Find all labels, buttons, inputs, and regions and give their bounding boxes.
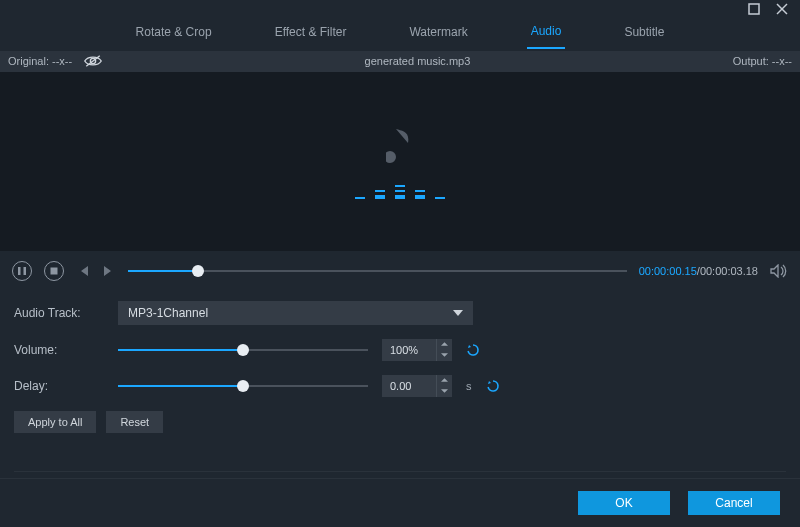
delay-step-up[interactable] (437, 375, 452, 386)
svg-rect-7 (51, 267, 58, 274)
audio-track-value: MP3-1Channel (128, 306, 208, 320)
preview-area (0, 72, 800, 251)
reset-button[interactable]: Reset (106, 411, 163, 433)
tab-audio[interactable]: Audio (527, 20, 566, 49)
svg-rect-5 (18, 267, 21, 275)
delay-unit: s (466, 380, 472, 392)
delay-slider[interactable] (118, 379, 368, 393)
audio-track-label: Audio Track: (14, 306, 104, 320)
preview-strip: Original: --x-- generated music.mp3 Outp… (0, 51, 800, 72)
maximize-button[interactable] (746, 1, 762, 17)
volume-spinbox[interactable]: 100% (382, 339, 452, 361)
time-display: 00:00:00.15/00:00:03.18 (639, 265, 758, 277)
tab-effect-filter[interactable]: Effect & Filter (271, 21, 351, 48)
delay-step-down[interactable] (437, 386, 452, 397)
footer: OK Cancel (0, 478, 800, 527)
volume-step-down[interactable] (437, 350, 452, 361)
divider (14, 471, 786, 472)
ok-button[interactable]: OK (578, 491, 670, 515)
next-button[interactable] (102, 264, 116, 278)
original-dim-label: Original: --x-- (8, 55, 72, 67)
delay-reset-icon[interactable] (486, 379, 500, 393)
audio-track-select[interactable]: MP3-1Channel (118, 301, 473, 325)
timeline-slider[interactable] (128, 264, 627, 278)
stop-button[interactable] (44, 261, 64, 281)
preview-toggle-icon[interactable] (84, 55, 102, 67)
equalizer-icon (355, 185, 445, 199)
music-note-icon (386, 123, 414, 171)
delay-value: 0.00 (390, 380, 411, 392)
volume-slider[interactable] (118, 343, 368, 357)
play-pause-button[interactable] (12, 261, 32, 281)
svg-rect-6 (24, 267, 27, 275)
time-total: 00:00:03.18 (700, 265, 758, 277)
audio-panel: Audio Track: MP3-1Channel Volume: 100% (0, 291, 800, 478)
filename-label: generated music.mp3 (102, 55, 733, 67)
tab-rotate-crop[interactable]: Rotate & Crop (132, 21, 216, 48)
cancel-button[interactable]: Cancel (688, 491, 780, 515)
volume-step-up[interactable] (437, 339, 452, 350)
volume-label: Volume: (14, 343, 104, 357)
apply-to-all-button[interactable]: Apply to All (14, 411, 96, 433)
volume-icon[interactable] (770, 264, 788, 278)
transport-bar: 00:00:00.15/00:00:03.18 (0, 251, 800, 291)
volume-value: 100% (390, 344, 418, 356)
chevron-down-icon (453, 308, 463, 318)
volume-reset-icon[interactable] (466, 343, 480, 357)
tab-watermark[interactable]: Watermark (405, 21, 471, 48)
delay-label: Delay: (14, 379, 104, 393)
close-button[interactable] (774, 1, 790, 17)
tab-bar: Rotate & Crop Effect & Filter Watermark … (0, 19, 800, 51)
prev-button[interactable] (76, 264, 90, 278)
titlebar (0, 0, 800, 19)
svg-rect-0 (749, 4, 759, 14)
time-current: 00:00:00.15 (639, 265, 697, 277)
delay-spinbox[interactable]: 0.00 (382, 375, 452, 397)
output-dim-label: Output: --x-- (733, 55, 800, 67)
tab-subtitle[interactable]: Subtitle (620, 21, 668, 48)
